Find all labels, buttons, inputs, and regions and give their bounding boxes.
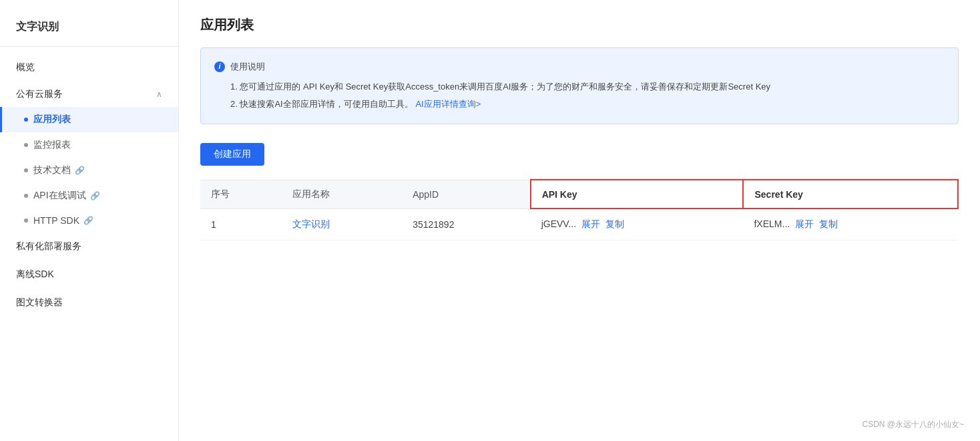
sidebar-item-monitor[interactable]: 监控报表: [0, 132, 178, 158]
col-app-name: 应用名称: [282, 180, 402, 208]
sidebar-item-offline-sdk-label: 离线SDK: [16, 269, 54, 279]
info-box-header: i 使用说明: [214, 59, 945, 74]
active-dot: [24, 118, 28, 122]
chevron-up-icon: ∧: [156, 90, 162, 99]
sidebar-divider: [0, 46, 178, 47]
api-key-expand[interactable]: 展开: [581, 218, 600, 229]
dot-api-debug: [24, 194, 28, 198]
cell-appid: 35121892: [402, 208, 531, 241]
col-index: 序号: [200, 180, 282, 208]
app-table: 序号 应用名称 AppID API Key Secret Key 1 文字识别 …: [200, 179, 959, 241]
info-icon: i: [214, 61, 225, 72]
info-box: i 使用说明 1. 您可通过应用的 API Key和 Secret Key获取A…: [200, 47, 959, 124]
sidebar-item-monitor-label: 监控报表: [33, 139, 71, 151]
footer-watermark: CSDN @永远十八的小仙女~: [862, 419, 964, 430]
secret-key-expand[interactable]: 展开: [795, 218, 814, 229]
cell-app-name: 文字识别: [282, 208, 402, 241]
sidebar-item-api-debug-label: API在线调试: [33, 190, 86, 202]
sidebar-item-app-list[interactable]: 应用列表: [0, 107, 178, 132]
sidebar-item-doc-converter-label: 图文转换器: [16, 297, 63, 307]
secret-key-copy[interactable]: 复制: [819, 218, 838, 229]
api-key-copy[interactable]: 复制: [605, 218, 624, 229]
sidebar-item-http-sdk-label: HTTP SDK: [33, 215, 79, 226]
info-box-title: 使用说明: [230, 59, 265, 74]
link-icon-api-debug: 🔗: [90, 191, 100, 200]
sidebar-group-label: 公有云服务: [16, 88, 63, 100]
dot-http-sdk: [24, 218, 28, 223]
sidebar-group-public-cloud[interactable]: 公有云服务 ∧: [0, 82, 178, 107]
sidebar-item-tech-docs-label: 技术文档: [33, 164, 71, 176]
cell-api-key: jGEVV... 展开 复制: [531, 208, 744, 241]
info-line2: 2. 快速搜索AI全部应用详情，可使用自助工具。 AI应用详情查询>: [214, 96, 945, 113]
main-content: 应用列表 i 使用说明 1. 您可通过应用的 API Key和 Secret K…: [179, 0, 980, 441]
col-appid: AppID: [402, 180, 531, 208]
sidebar-item-offline-sdk[interactable]: 离线SDK: [0, 261, 178, 289]
sidebar-item-app-list-label: 应用列表: [33, 114, 71, 126]
page-title: 应用列表: [200, 16, 959, 34]
create-app-button[interactable]: 创建应用: [200, 143, 264, 166]
cell-secret-key: fXELM... 展开 复制: [743, 208, 958, 241]
sidebar-item-overview[interactable]: 概览: [0, 53, 178, 82]
sidebar-item-tech-docs[interactable]: 技术文档 🔗: [0, 158, 178, 183]
app-name-link[interactable]: 文字识别: [292, 218, 330, 229]
sidebar-item-private-deploy-label: 私有化部署服务: [16, 241, 81, 251]
col-secret-key: Secret Key: [743, 180, 958, 208]
sidebar-title: 文字识别: [0, 13, 178, 46]
info-line1: 1. 您可通过应用的 API Key和 Secret Key获取Access_t…: [214, 78, 945, 96]
secret-key-prefix: fXELM...: [754, 218, 790, 229]
dot-monitor: [24, 143, 28, 147]
sidebar-item-api-debug[interactable]: API在线调试 🔗: [0, 183, 178, 208]
info-link[interactable]: AI应用详情查询>: [415, 99, 481, 109]
sidebar-item-overview-label: 概览: [16, 61, 35, 72]
link-icon-http-sdk: 🔗: [83, 216, 93, 225]
dot-tech-docs: [24, 168, 28, 172]
sidebar-item-doc-converter[interactable]: 图文转换器: [0, 289, 178, 317]
link-icon-tech-docs: 🔗: [75, 166, 85, 175]
sidebar: 文字识别 概览 公有云服务 ∧ 应用列表 监控报表 技术文档 🔗 API在线调试…: [0, 0, 179, 441]
cell-index: 1: [200, 208, 282, 241]
sidebar-item-http-sdk[interactable]: HTTP SDK 🔗: [0, 208, 178, 233]
sidebar-item-private-deploy[interactable]: 私有化部署服务: [0, 233, 178, 261]
table-row: 1 文字识别 35121892 jGEVV... 展开 复制 fXELM... …: [200, 208, 958, 241]
api-key-prefix: jGEVV...: [541, 218, 576, 229]
col-api-key: API Key: [531, 180, 744, 208]
